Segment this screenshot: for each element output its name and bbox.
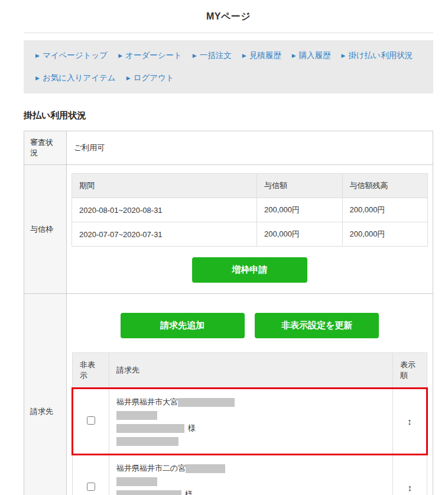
hide-checkbox[interactable] [87, 416, 95, 425]
nav-item-label: 見積履歴 [249, 51, 281, 60]
billing-address-details: 福井県福井市大宮 様 [109, 389, 393, 455]
billing-address-row: 請求先 請求先追加 非表示設定を更新 非表示 請求先 表示順 [24, 294, 433, 495]
nav-item-label: マイページトップ [43, 51, 108, 60]
redacted-text [116, 437, 178, 446]
nav-item-label: 掛け払い利用状況 [349, 51, 413, 60]
billing-table-header-row: 非表示 請求先 表示順 [73, 353, 427, 389]
screening-status-value: ご利用可 [67, 131, 433, 165]
redacted-text [116, 424, 184, 433]
billing-address-details: 福井県福井市二の宮 様 [109, 455, 393, 495]
billing-address-label: 請求先 [24, 294, 67, 495]
nav-item-favorite-items[interactable]: ▶お気に入りアイテム [35, 73, 116, 83]
nav-item-label: ログアウト [134, 73, 174, 82]
triangle-arrow-icon: ▶ [193, 53, 197, 59]
billing-col-order-header: 表示順 [393, 353, 427, 389]
billing-actions: 請求先追加 非表示設定を更新 [72, 313, 428, 338]
page-header: MYページ [24, 0, 433, 33]
nav-item-order-sheet[interactable]: ▶オーダーシート [118, 50, 182, 61]
honorific-text: 様 [188, 423, 196, 433]
reorder-updown-icon[interactable]: ↕ [407, 416, 412, 426]
nav-item-deferred-payment-status[interactable]: ▶掛け払い利用状況 [342, 50, 413, 61]
credit-col-amount-header: 与信額 [257, 174, 342, 198]
credit-balance: 200,000円 [342, 198, 427, 222]
nav-item-logout[interactable]: ▶ログアウト [126, 73, 174, 83]
billing-address-row-2: 福井県福井市二の宮 様 ↕ [73, 455, 427, 495]
address-text: 福井県福井市二の宮 [116, 463, 186, 474]
billing-address-row-1-highlighted: 福井県福井市大宮 様 ↕ [73, 389, 427, 455]
screening-status-label: 審査状況 [24, 131, 67, 165]
reorder-updown-icon[interactable]: ↕ [408, 483, 413, 493]
credit-period: 2020-07-07~2020-07-31 [72, 222, 257, 247]
section-heading: 掛払い利用状況 [24, 110, 433, 121]
nav-item-label: 一括注文 [200, 51, 232, 60]
triangle-arrow-icon: ▶ [342, 53, 346, 59]
nav-item-mypage-top[interactable]: ▶マイページトップ [35, 50, 108, 61]
nav-item-label: 購入履歴 [299, 51, 331, 60]
triangle-arrow-icon: ▶ [35, 53, 40, 59]
credit-amount: 200,000円 [257, 198, 342, 222]
triangle-arrow-icon: ▶ [35, 75, 40, 81]
credit-balance: 200,000円 [342, 222, 427, 247]
redacted-text [186, 464, 225, 473]
update-hidden-settings-button[interactable]: 非表示設定を更新 [255, 313, 379, 338]
credit-col-balance-header: 与信額残高 [342, 174, 427, 198]
hide-checkbox[interactable] [87, 483, 95, 491]
triangle-arrow-icon: ▶ [118, 53, 122, 59]
triangle-arrow-icon: ▶ [292, 53, 296, 59]
billing-col-hide-header: 非表示 [73, 353, 109, 389]
nav-item-purchase-history[interactable]: ▶購入履歴 [292, 50, 331, 61]
billing-col-address-header: 請求先 [109, 353, 393, 389]
credit-amount: 200,000円 [257, 222, 342, 247]
nav-item-quote-history[interactable]: ▶見積履歴 [242, 50, 281, 61]
mypage-nav: ▶マイページトップ ▶オーダーシート ▶一括注文 ▶見積履歴 ▶購入履歴 ▶掛け… [24, 40, 433, 93]
nav-item-bulk-order[interactable]: ▶一括注文 [193, 50, 232, 61]
increase-limit-button[interactable]: 増枠申請 [192, 257, 307, 283]
billing-address-table: 非表示 請求先 表示順 福井県福井市大宮 [72, 352, 428, 495]
deferred-payment-status-table: 審査状況 ご利用可 与信枠 期間 与信額 与信額残高 [24, 131, 433, 495]
address-text: 福井県福井市大宮 [116, 397, 178, 407]
nav-item-label: オーダーシート [125, 51, 182, 60]
redacted-text [116, 490, 181, 495]
honorific-text: 様 [185, 489, 193, 495]
triangle-arrow-icon: ▶ [126, 75, 131, 81]
credit-table-row: 2020-07-07~2020-07-31 200,000円 200,000円 [72, 222, 428, 247]
add-billing-address-button[interactable]: 請求先追加 [121, 313, 245, 338]
screening-status-row: 審査状況 ご利用可 [24, 131, 433, 165]
credit-period: 2020-08-01~2020-08-31 [72, 198, 257, 222]
page-container: MYページ ▶マイページトップ ▶オーダーシート ▶一括注文 ▶見積履歴 ▶購入… [24, 0, 433, 495]
credit-limit-label: 与信枠 [24, 165, 67, 294]
page-title: MYページ [206, 11, 251, 21]
triangle-arrow-icon: ▶ [242, 53, 246, 59]
credit-table-header-row: 期間 与信額 与信額残高 [72, 174, 428, 198]
redacted-text [116, 477, 157, 486]
nav-item-label: お気に入りアイテム [43, 73, 116, 82]
credit-col-period-header: 期間 [72, 174, 257, 198]
credit-limit-row: 与信枠 期間 与信額 与信額残高 2020-08-01~2020-08-31 2… [24, 165, 433, 294]
redacted-text [116, 411, 157, 420]
credit-limit-table: 期間 与信額 与信額残高 2020-08-01~2020-08-31 200,0… [72, 173, 428, 247]
credit-table-row: 2020-08-01~2020-08-31 200,000円 200,000円 [72, 198, 428, 222]
redacted-text [178, 398, 235, 407]
